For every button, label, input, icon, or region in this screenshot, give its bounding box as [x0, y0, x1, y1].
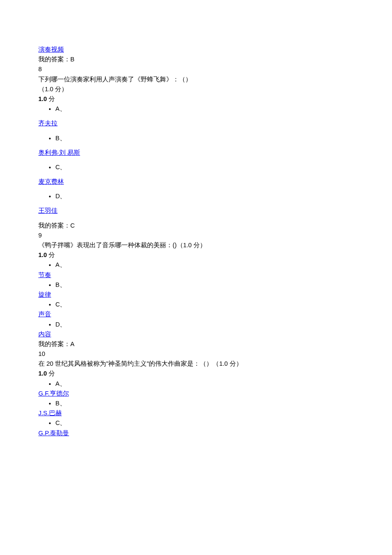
option-link-c[interactable]: G.P.泰勒曼 — [38, 430, 69, 436]
option-label-b: B、 — [55, 399, 354, 408]
score-value: 1.0 — [38, 251, 47, 258]
score-unit: 分 — [47, 370, 55, 377]
option-link-c[interactable]: 麦克费林 — [38, 178, 64, 185]
my-answer-value: A — [70, 341, 75, 347]
my-answer-label: 我的答案： — [38, 222, 70, 229]
option-label-c: C、 — [55, 418, 354, 428]
question-text: 《鸭子拌嘴》表现出了音乐哪一种体裁的美丽：()（1.0 分） — [38, 240, 354, 250]
question-text: 在 20 世纪其风格被称为"神圣简约主义"的伟大作曲家是：（）（1.0 分） — [38, 359, 354, 369]
my-answer-value: C — [70, 222, 75, 229]
question-number: 9 — [38, 231, 354, 240]
score-value: 1.0 — [38, 370, 47, 377]
my-answer-label: 我的答案： — [38, 341, 70, 347]
option-link-b[interactable]: 奥利弗·刘 易斯 — [38, 149, 80, 156]
option-label-d: D、 — [55, 320, 354, 330]
question-number: 8 — [38, 64, 354, 74]
my-answer-label: 我的答案： — [38, 56, 70, 63]
option-label-d: D、 — [55, 191, 354, 201]
question-points-line: （1.0 分） — [38, 84, 354, 94]
answer-link-performance-video[interactable]: 演奏视频 — [38, 46, 64, 53]
score-unit: 分 — [47, 251, 55, 258]
option-label-c: C、 — [55, 300, 354, 309]
option-link-d[interactable]: 内容 — [38, 331, 51, 338]
option-link-a[interactable]: G.F.亨德尔 — [38, 390, 69, 397]
question-number: 10 — [38, 349, 354, 359]
option-link-c[interactable]: 声音 — [38, 311, 51, 318]
score-value: 1.0 — [38, 95, 47, 102]
option-link-d[interactable]: 王羽佳 — [38, 207, 58, 214]
option-label-a: A、 — [55, 379, 354, 389]
option-label-b: B、 — [55, 280, 354, 290]
option-label-c: C、 — [55, 162, 354, 172]
option-label-a: A、 — [55, 104, 354, 114]
option-link-a[interactable]: 齐夫拉 — [38, 120, 58, 127]
score-unit: 分 — [47, 95, 55, 102]
option-label-b: B、 — [55, 133, 354, 143]
option-link-b[interactable]: J.S.巴赫 — [38, 410, 62, 416]
option-link-b[interactable]: 旋律 — [38, 291, 51, 298]
option-label-a: A、 — [55, 260, 354, 270]
option-link-a[interactable]: 节奏 — [38, 272, 51, 278]
question-text: 下列哪一位演奏家利用人声演奏了《野蜂飞舞》：（） — [38, 75, 354, 84]
my-answer-value: B — [70, 56, 75, 63]
